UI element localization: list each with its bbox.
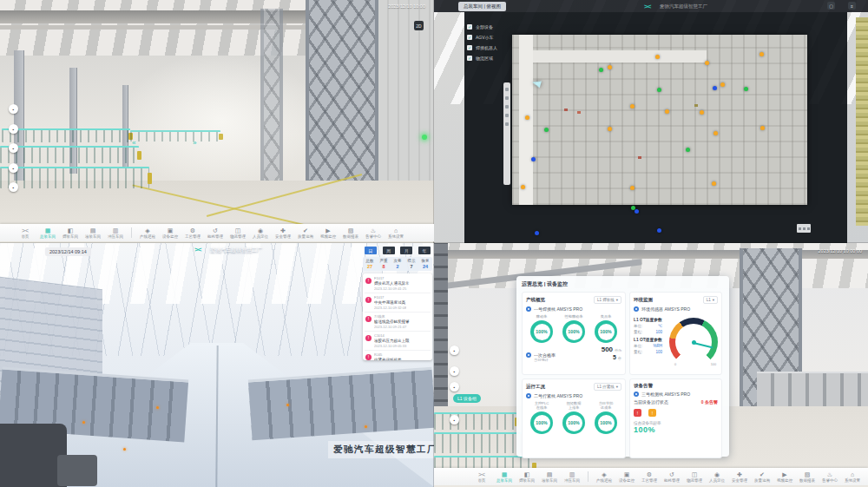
map-dot-orange[interactable]: [630, 104, 635, 109]
map-dot-orange[interactable]: [720, 82, 725, 87]
toolbar-item[interactable]: ▥冲压车间: [561, 471, 583, 483]
device-icon: [634, 392, 639, 397]
alarm-red-chip[interactable]: !: [634, 409, 641, 417]
toolbar-item[interactable]: ▦总装车间: [36, 227, 59, 239]
map-dot-orange[interactable]: [608, 127, 612, 131]
map-dot-blue[interactable]: [657, 228, 661, 233]
map-dot-green[interactable]: [544, 128, 549, 132]
poi-marker[interactable]: ▪: [9, 182, 18, 192]
alarm-list-item[interactable]: !F1017焊接机器人通讯异常2023-12-10 09:41:25: [365, 274, 431, 293]
toolbar-item[interactable]: ▥冲压车间: [104, 227, 127, 239]
toolbar-item[interactable]: ↺能耗管理: [661, 471, 683, 483]
toolbar-item[interactable]: ▣设备监控: [159, 227, 181, 239]
map-dot-orange[interactable]: [521, 185, 525, 189]
map-dot-orange[interactable]: [700, 110, 704, 115]
alarm-tab[interactable]: 日: [365, 247, 377, 254]
map-dot-orange[interactable]: [760, 52, 764, 56]
toolbar-item[interactable]: ◈产线巡检: [136, 227, 159, 239]
map-dot-orange[interactable]: [760, 126, 765, 130]
toolbar-item[interactable]: ♨告警中心: [819, 471, 841, 483]
poi-marker[interactable]: ▪: [9, 104, 18, 114]
poi-marker[interactable]: ▪: [450, 366, 459, 376]
toolbar-item[interactable]: ◫物流管理: [683, 471, 706, 483]
map-dot-orange[interactable]: [630, 186, 635, 190]
toolbar-item-label: 首页: [22, 234, 30, 239]
conveyor-direction-arrow[interactable]: «: [132, 139, 135, 147]
toolbar-item[interactable]: ▧数据报表: [796, 471, 819, 483]
conveyor-direction-arrow[interactable]: »: [193, 139, 196, 147]
poi-marker[interactable]: ▪: [450, 382, 459, 392]
line-select-dropdown[interactable]: L1 焊装线 ▾: [594, 296, 621, 304]
toolbar-item[interactable]: ◈产线巡检: [593, 471, 615, 483]
map-dot-orange[interactable]: [665, 109, 669, 114]
toolbar-item[interactable]: ✔质量追溯: [751, 471, 773, 483]
layer-toggle[interactable]: ✓物流区域: [467, 56, 519, 61]
map-dot-blue[interactable]: [713, 86, 717, 90]
map-dot-blue[interactable]: [531, 157, 536, 161]
alarm-list-item[interactable]: !F1017中央空调温度过高2023-12-10 09:32:08: [365, 293, 431, 313]
poi-marker[interactable]: ▪: [9, 124, 18, 134]
toolbar-item[interactable]: ◧焊装车间: [59, 227, 82, 239]
toolbar-item[interactable]: ><首页: [14, 227, 36, 239]
map-dot-blue[interactable]: [635, 209, 639, 214]
toolbar-item[interactable]: ⌂系统设置: [841, 471, 864, 483]
map-dot-orange[interactable]: [712, 181, 716, 186]
alarm-icon: !: [365, 316, 372, 322]
poi-marker[interactable]: ▪: [450, 346, 459, 355]
map-zoom-control[interactable]: [797, 224, 811, 233]
toolbar-item[interactable]: ▣设备监控: [615, 471, 638, 483]
map-dot-blue[interactable]: [535, 231, 539, 235]
toolbar-item[interactable]: ▦总装车间: [493, 471, 516, 483]
card-environment: 环境监测 L1 ▾ 环境传感器 AMSYS PRO L1 OT温度参数单位:℃量…: [629, 292, 722, 375]
alarm-tab[interactable]: 周: [383, 247, 395, 254]
toolbar-item[interactable]: ◫物流管理: [227, 227, 249, 239]
donut-ring: 100%: [530, 320, 553, 343]
poi-marker[interactable]: ▪: [9, 163, 18, 173]
map-dot-orange[interactable]: [713, 131, 718, 135]
toolbar-item[interactable]: ◧焊装车间: [516, 471, 538, 483]
map-dot-orange[interactable]: [525, 115, 529, 120]
toolbar-item[interactable]: ▶视频监控: [773, 471, 796, 483]
layer-toggle[interactable]: ✓AGV小车: [467, 35, 519, 40]
poi-marker[interactable]: ▪: [9, 143, 18, 153]
toolbar-item[interactable]: ♨告警中心: [362, 227, 385, 239]
env-select-dropdown[interactable]: L1 ▾: [703, 296, 718, 304]
alarm-list-item[interactable]: !7#线体输送线急停触发报警2023-12-10 09:21:47: [365, 313, 431, 332]
map-dot-green[interactable]: [744, 87, 748, 91]
toolbar-item[interactable]: ><首页: [470, 471, 493, 483]
toolbar-item[interactable]: ⚙工艺管理: [181, 227, 204, 239]
view-mode-button[interactable]: 2D: [414, 21, 424, 30]
floor-selector-toolbar[interactable]: [503, 82, 510, 185]
alarm-tab[interactable]: 年: [418, 247, 431, 254]
device-group-tag[interactable]: L1 设备组: [453, 394, 481, 403]
toolbar-item[interactable]: ✚安全管理: [272, 227, 294, 239]
layer-toggle[interactable]: ✓全部设备: [467, 24, 519, 30]
toolbar-item[interactable]: ⚙工艺管理: [638, 471, 661, 483]
toolbar-item[interactable]: ✚安全管理: [728, 471, 751, 483]
toolbar-item[interactable]: ↺能耗管理: [204, 227, 227, 239]
map-dot-green[interactable]: [599, 68, 603, 72]
map-dot-orange[interactable]: [608, 65, 612, 69]
layer-toggle[interactable]: ✓焊接机器人: [467, 45, 519, 50]
toolbar-item[interactable]: ▧数据报表: [339, 227, 362, 239]
menu-icon[interactable]: ≡: [848, 2, 856, 10]
poi-marker[interactable]: ▪: [450, 415, 459, 424]
map-dot-green[interactable]: [686, 148, 690, 152]
map-dot-green[interactable]: [657, 88, 661, 92]
alarm-yellow-chip[interactable]: !: [648, 409, 656, 417]
toolbar-item[interactable]: ✔质量追溯: [294, 227, 317, 239]
toolbar-item[interactable]: ▤涂装车间: [82, 227, 104, 239]
toolbar-item[interactable]: ◉人员定位: [249, 227, 272, 239]
fullscreen-icon[interactable]: ▢: [827, 2, 835, 10]
status-select-dropdown[interactable]: L1 拧紧线 ▾: [594, 383, 621, 391]
alarm-list-item[interactable]: !C1014涂胶机压力超出上限2023-12-10 09:05:33: [365, 332, 431, 351]
back-button[interactable]: 总装车间 | 俯视图: [458, 2, 506, 11]
alarm-list-item[interactable]: !RJ45拧紧枪扭矩超差2023-12-10 08:58:12: [365, 351, 431, 360]
toolbar-item[interactable]: ▤涂装车间: [538, 471, 561, 483]
map-dot-orange[interactable]: [705, 61, 709, 65]
alarm-tab[interactable]: 月: [400, 247, 412, 254]
toolbar-item[interactable]: ◉人员定位: [706, 471, 728, 483]
toolbar-item[interactable]: ⌂系统设置: [385, 227, 407, 239]
map-dot-orange[interactable]: [655, 55, 660, 59]
toolbar-item[interactable]: ▶视频监控: [317, 227, 339, 239]
